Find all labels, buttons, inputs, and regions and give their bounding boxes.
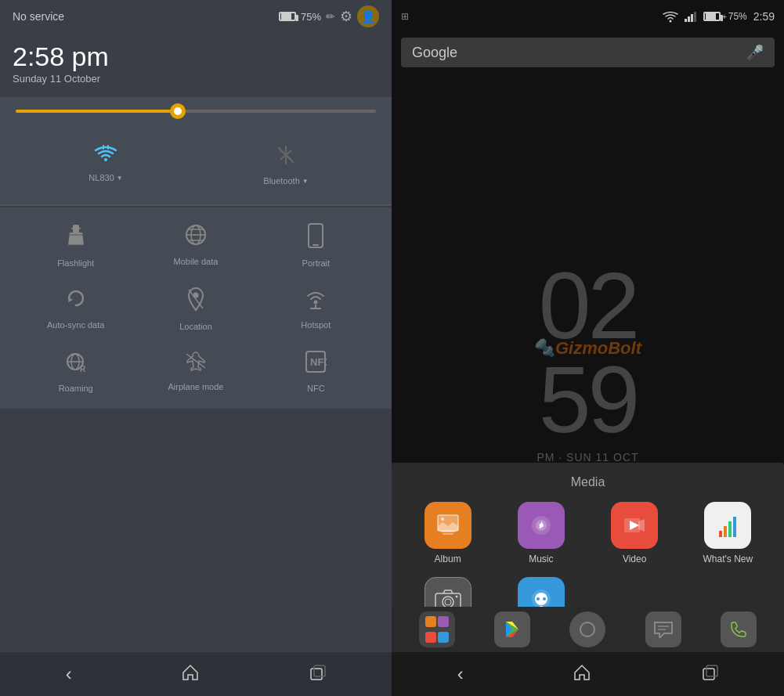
video-icon — [611, 502, 658, 549]
location-icon — [186, 287, 206, 317]
avatar[interactable]: 👤 — [357, 5, 379, 27]
battery-icon — [279, 12, 296, 21]
flashlight-icon — [65, 223, 87, 254]
portrait-tile[interactable]: Portrait — [256, 214, 376, 277]
right-home-button[interactable] — [573, 663, 591, 685]
nfc-tile[interactable]: NFC NFC — [256, 341, 376, 402]
media-title: Media — [404, 475, 771, 489]
left-home-button[interactable] — [181, 663, 200, 686]
album-app[interactable]: Album — [404, 502, 491, 564]
location-tile[interactable]: Location — [135, 277, 255, 341]
brightness-slider[interactable] — [16, 110, 376, 113]
clock-sub: PM · SUN 11 OCT — [537, 451, 638, 463]
svg-rect-32 — [691, 14, 693, 22]
svg-point-36 — [441, 517, 444, 521]
svg-rect-48 — [728, 521, 732, 537]
svg-rect-38 — [443, 533, 453, 535]
bluetooth-toggle[interactable]: Bluetooth ▼ — [196, 135, 376, 195]
brightness-fill — [16, 110, 178, 113]
svg-marker-16 — [68, 298, 73, 302]
portrait-label: Portrait — [302, 258, 330, 268]
right-panel: ⊞ + 75% 2:59 Google 🎤 02 — [392, 0, 784, 696]
roaming-tile[interactable]: R Roaming — [16, 341, 135, 402]
left-time: 2:58 pm — [13, 42, 379, 71]
right-bottom-nav: ‹ — [392, 652, 784, 696]
right-time: 2:59 — [753, 10, 775, 23]
time-date-section: 2:58 pm Sunday 11 October — [0, 33, 392, 97]
whatsnew-icon — [704, 502, 751, 549]
nfc-label: NFC — [307, 384, 325, 393]
svg-rect-47 — [724, 526, 727, 537]
wifi-toggle[interactable]: NL830 ▼ — [16, 135, 196, 195]
svg-rect-31 — [688, 16, 690, 22]
dock-play-store[interactable] — [494, 611, 530, 647]
left-recents-button[interactable] — [309, 664, 326, 685]
mobile-data-icon — [184, 223, 208, 252]
right-status-bar: ⊞ + 75% 2:59 — [392, 0, 784, 33]
svg-point-56 — [537, 597, 540, 600]
nfc-icon: NFC — [305, 350, 327, 379]
roaming-label: Roaming — [59, 384, 93, 393]
svg-text:♪: ♪ — [538, 517, 544, 531]
mobile-data-tile[interactable]: Mobile data — [135, 214, 255, 277]
autosync-tile[interactable]: Auto-sync data — [16, 277, 135, 341]
right-battery-container: + 75% — [703, 11, 747, 22]
video-app[interactable]: Video — [591, 502, 678, 564]
bluetooth-icon — [276, 144, 295, 171]
svg-rect-28 — [314, 665, 325, 676]
flashlight-tile[interactable]: Flashlight — [16, 214, 135, 277]
svg-point-29 — [669, 20, 671, 23]
bluetooth-label[interactable]: Bluetooth ▼ — [263, 176, 308, 186]
airplane-tile[interactable]: Airplane mode — [135, 341, 255, 402]
google-search-bar[interactable]: Google 🎤 — [401, 38, 775, 67]
quick-tiles-grid: Flashlight Mobile data — [0, 207, 392, 409]
whatsnew-app[interactable]: What's New — [685, 502, 771, 564]
right-wifi-icon — [663, 10, 678, 23]
music-app[interactable]: ♪ Music — [497, 502, 584, 564]
wifi-icon — [94, 144, 117, 168]
right-back-button[interactable]: ‹ — [457, 663, 464, 685]
autosync-label: Auto-sync data — [47, 320, 104, 330]
dock-messaging[interactable] — [645, 611, 681, 647]
video-label: Video — [623, 554, 646, 564]
left-back-button[interactable]: ‹ — [66, 663, 72, 685]
wifi-network-name[interactable]: NL830 ▼ — [89, 173, 122, 182]
brightness-thumb[interactable] — [170, 103, 186, 119]
album-label: Album — [435, 554, 461, 564]
music-label: Music — [529, 554, 553, 564]
right-signal-icon — [685, 11, 697, 22]
svg-rect-27 — [311, 669, 322, 680]
dock-home-circle[interactable] — [569, 611, 605, 647]
left-status-bar: No service 75% ✏ ⚙ 👤 — [0, 0, 392, 33]
svg-point-0 — [104, 158, 107, 161]
music-icon: ♪ — [518, 502, 565, 549]
svg-point-53 — [455, 596, 457, 598]
settings-icon[interactable]: ⚙ — [340, 8, 352, 25]
left-panel: No service 75% ✏ ⚙ 👤 2:58 pm Sunday 11 O… — [0, 0, 392, 696]
svg-marker-4 — [68, 233, 84, 245]
left-date: Sunday 11 October — [13, 73, 379, 85]
mobile-data-label: Mobile data — [174, 257, 219, 266]
hotspot-tile[interactable]: Hotspot — [256, 277, 376, 341]
flashlight-label: Flashlight — [57, 258, 94, 268]
mic-icon[interactable]: 🎤 — [746, 44, 764, 61]
svg-point-57 — [543, 597, 546, 600]
brightness-thumb-inner — [174, 107, 182, 115]
brightness-section — [0, 97, 392, 125]
airplane-label: Airplane mode — [168, 382, 224, 391]
roaming-icon: R — [64, 350, 88, 379]
wifi-dropdown-arrow: ▼ — [117, 175, 123, 182]
screenshot-icon: ⊞ — [401, 11, 409, 22]
right-recents-button[interactable] — [701, 664, 718, 684]
svg-rect-64 — [703, 669, 714, 680]
left-status-icons: 75% ✏ ⚙ 👤 — [279, 5, 379, 27]
separator — [0, 204, 392, 206]
hotspot-label: Hotspot — [301, 320, 331, 330]
svg-point-19 — [314, 301, 318, 305]
airplane-icon — [184, 350, 208, 377]
pencil-icon: ✏ — [326, 10, 335, 23]
svg-point-52 — [445, 599, 451, 605]
dock-phone[interactable] — [721, 611, 757, 647]
album-icon — [425, 502, 471, 549]
dock-apps-folder[interactable] — [419, 611, 455, 647]
